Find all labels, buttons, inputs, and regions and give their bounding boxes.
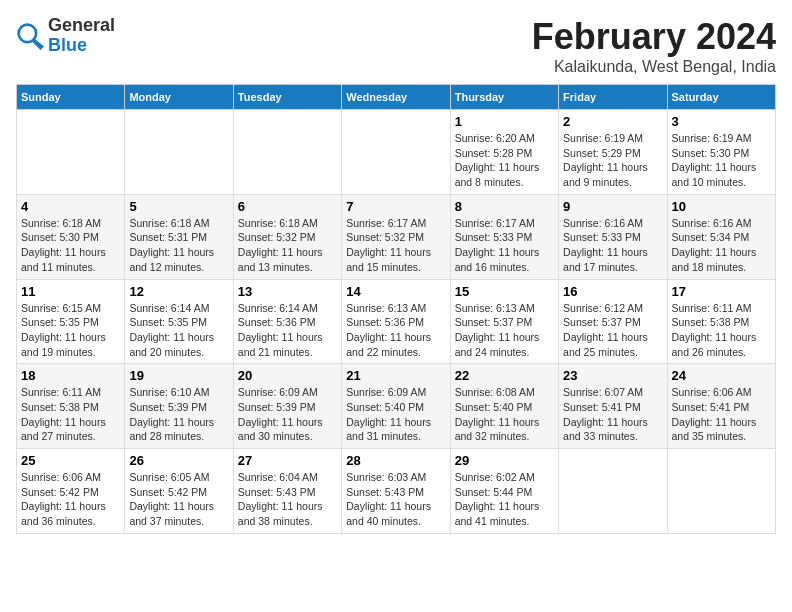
day-number: 1 — [455, 114, 554, 129]
page-title: February 2024 — [532, 16, 776, 58]
day-number: 12 — [129, 284, 228, 299]
day-info: Sunrise: 6:09 AMSunset: 5:40 PMDaylight:… — [346, 385, 445, 444]
day-info: Sunrise: 6:14 AMSunset: 5:36 PMDaylight:… — [238, 301, 337, 360]
day-number: 26 — [129, 453, 228, 468]
calendar-cell: 17Sunrise: 6:11 AMSunset: 5:38 PMDayligh… — [667, 279, 775, 364]
logo-general: General — [48, 15, 115, 35]
logo-blue: Blue — [48, 35, 87, 55]
day-number: 17 — [672, 284, 771, 299]
day-info: Sunrise: 6:19 AMSunset: 5:29 PMDaylight:… — [563, 131, 662, 190]
day-info: Sunrise: 6:18 AMSunset: 5:30 PMDaylight:… — [21, 216, 120, 275]
calendar-cell: 27Sunrise: 6:04 AMSunset: 5:43 PMDayligh… — [233, 449, 341, 534]
calendar-cell — [342, 110, 450, 195]
header: General Blue February 2024 Kalaikunda, W… — [16, 16, 776, 76]
day-number: 5 — [129, 199, 228, 214]
calendar-cell: 15Sunrise: 6:13 AMSunset: 5:37 PMDayligh… — [450, 279, 558, 364]
day-info: Sunrise: 6:06 AMSunset: 5:42 PMDaylight:… — [21, 470, 120, 529]
day-info: Sunrise: 6:13 AMSunset: 5:36 PMDaylight:… — [346, 301, 445, 360]
calendar-cell: 11Sunrise: 6:15 AMSunset: 5:35 PMDayligh… — [17, 279, 125, 364]
week-row-3: 11Sunrise: 6:15 AMSunset: 5:35 PMDayligh… — [17, 279, 776, 364]
calendar-cell: 22Sunrise: 6:08 AMSunset: 5:40 PMDayligh… — [450, 364, 558, 449]
week-row-4: 18Sunrise: 6:11 AMSunset: 5:38 PMDayligh… — [17, 364, 776, 449]
calendar-cell: 28Sunrise: 6:03 AMSunset: 5:43 PMDayligh… — [342, 449, 450, 534]
day-header-wednesday: Wednesday — [342, 85, 450, 110]
calendar-cell: 9Sunrise: 6:16 AMSunset: 5:33 PMDaylight… — [559, 194, 667, 279]
day-info: Sunrise: 6:06 AMSunset: 5:41 PMDaylight:… — [672, 385, 771, 444]
calendar-cell: 23Sunrise: 6:07 AMSunset: 5:41 PMDayligh… — [559, 364, 667, 449]
calendar-cell: 2Sunrise: 6:19 AMSunset: 5:29 PMDaylight… — [559, 110, 667, 195]
day-header-friday: Friday — [559, 85, 667, 110]
day-header-monday: Monday — [125, 85, 233, 110]
days-header-row: SundayMondayTuesdayWednesdayThursdayFrid… — [17, 85, 776, 110]
day-number: 14 — [346, 284, 445, 299]
day-header-sunday: Sunday — [17, 85, 125, 110]
week-row-5: 25Sunrise: 6:06 AMSunset: 5:42 PMDayligh… — [17, 449, 776, 534]
day-number: 11 — [21, 284, 120, 299]
calendar-cell — [125, 110, 233, 195]
calendar-cell: 29Sunrise: 6:02 AMSunset: 5:44 PMDayligh… — [450, 449, 558, 534]
calendar-cell — [17, 110, 125, 195]
calendar-cell: 8Sunrise: 6:17 AMSunset: 5:33 PMDaylight… — [450, 194, 558, 279]
day-info: Sunrise: 6:18 AMSunset: 5:31 PMDaylight:… — [129, 216, 228, 275]
calendar-table: SundayMondayTuesdayWednesdayThursdayFrid… — [16, 84, 776, 534]
logo-text: General Blue — [48, 16, 115, 56]
day-info: Sunrise: 6:02 AMSunset: 5:44 PMDaylight:… — [455, 470, 554, 529]
day-number: 20 — [238, 368, 337, 383]
calendar-cell: 3Sunrise: 6:19 AMSunset: 5:30 PMDaylight… — [667, 110, 775, 195]
day-number: 27 — [238, 453, 337, 468]
calendar-cell: 4Sunrise: 6:18 AMSunset: 5:30 PMDaylight… — [17, 194, 125, 279]
calendar-cell: 1Sunrise: 6:20 AMSunset: 5:28 PMDaylight… — [450, 110, 558, 195]
day-number: 4 — [21, 199, 120, 214]
day-info: Sunrise: 6:14 AMSunset: 5:35 PMDaylight:… — [129, 301, 228, 360]
day-info: Sunrise: 6:19 AMSunset: 5:30 PMDaylight:… — [672, 131, 771, 190]
calendar-cell: 12Sunrise: 6:14 AMSunset: 5:35 PMDayligh… — [125, 279, 233, 364]
day-number: 28 — [346, 453, 445, 468]
calendar-cell: 18Sunrise: 6:11 AMSunset: 5:38 PMDayligh… — [17, 364, 125, 449]
day-header-thursday: Thursday — [450, 85, 558, 110]
day-info: Sunrise: 6:12 AMSunset: 5:37 PMDaylight:… — [563, 301, 662, 360]
calendar-cell — [233, 110, 341, 195]
day-info: Sunrise: 6:15 AMSunset: 5:35 PMDaylight:… — [21, 301, 120, 360]
logo: General Blue — [16, 16, 115, 56]
logo-icon — [16, 22, 44, 50]
day-info: Sunrise: 6:09 AMSunset: 5:39 PMDaylight:… — [238, 385, 337, 444]
day-header-tuesday: Tuesday — [233, 85, 341, 110]
day-info: Sunrise: 6:16 AMSunset: 5:34 PMDaylight:… — [672, 216, 771, 275]
day-number: 6 — [238, 199, 337, 214]
day-info: Sunrise: 6:11 AMSunset: 5:38 PMDaylight:… — [672, 301, 771, 360]
day-info: Sunrise: 6:05 AMSunset: 5:42 PMDaylight:… — [129, 470, 228, 529]
day-number: 7 — [346, 199, 445, 214]
calendar-cell: 20Sunrise: 6:09 AMSunset: 5:39 PMDayligh… — [233, 364, 341, 449]
calendar-cell: 14Sunrise: 6:13 AMSunset: 5:36 PMDayligh… — [342, 279, 450, 364]
day-number: 22 — [455, 368, 554, 383]
week-row-1: 1Sunrise: 6:20 AMSunset: 5:28 PMDaylight… — [17, 110, 776, 195]
day-number: 25 — [21, 453, 120, 468]
day-info: Sunrise: 6:13 AMSunset: 5:37 PMDaylight:… — [455, 301, 554, 360]
calendar-cell: 13Sunrise: 6:14 AMSunset: 5:36 PMDayligh… — [233, 279, 341, 364]
day-info: Sunrise: 6:07 AMSunset: 5:41 PMDaylight:… — [563, 385, 662, 444]
day-number: 8 — [455, 199, 554, 214]
day-number: 13 — [238, 284, 337, 299]
day-info: Sunrise: 6:17 AMSunset: 5:32 PMDaylight:… — [346, 216, 445, 275]
day-info: Sunrise: 6:16 AMSunset: 5:33 PMDaylight:… — [563, 216, 662, 275]
day-number: 16 — [563, 284, 662, 299]
calendar-cell: 25Sunrise: 6:06 AMSunset: 5:42 PMDayligh… — [17, 449, 125, 534]
calendar-cell: 24Sunrise: 6:06 AMSunset: 5:41 PMDayligh… — [667, 364, 775, 449]
day-number: 9 — [563, 199, 662, 214]
calendar-cell: 21Sunrise: 6:09 AMSunset: 5:40 PMDayligh… — [342, 364, 450, 449]
day-number: 21 — [346, 368, 445, 383]
day-info: Sunrise: 6:20 AMSunset: 5:28 PMDaylight:… — [455, 131, 554, 190]
day-number: 24 — [672, 368, 771, 383]
day-number: 10 — [672, 199, 771, 214]
day-number: 19 — [129, 368, 228, 383]
day-number: 15 — [455, 284, 554, 299]
calendar-cell: 26Sunrise: 6:05 AMSunset: 5:42 PMDayligh… — [125, 449, 233, 534]
week-row-2: 4Sunrise: 6:18 AMSunset: 5:30 PMDaylight… — [17, 194, 776, 279]
day-number: 2 — [563, 114, 662, 129]
day-number: 29 — [455, 453, 554, 468]
calendar-cell: 7Sunrise: 6:17 AMSunset: 5:32 PMDaylight… — [342, 194, 450, 279]
day-header-saturday: Saturday — [667, 85, 775, 110]
calendar-cell: 16Sunrise: 6:12 AMSunset: 5:37 PMDayligh… — [559, 279, 667, 364]
day-info: Sunrise: 6:03 AMSunset: 5:43 PMDaylight:… — [346, 470, 445, 529]
calendar-cell: 10Sunrise: 6:16 AMSunset: 5:34 PMDayligh… — [667, 194, 775, 279]
